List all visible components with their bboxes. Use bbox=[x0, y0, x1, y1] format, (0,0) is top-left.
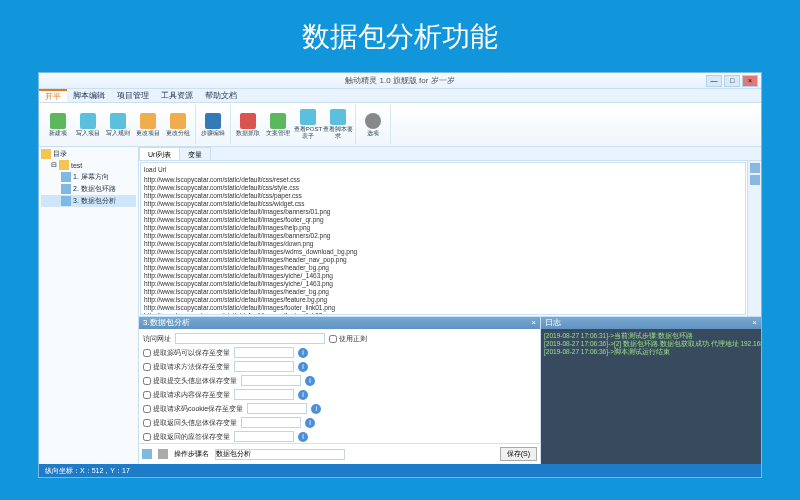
tab-url-list[interactable]: Url列表 bbox=[139, 147, 180, 160]
rbtn-options[interactable]: 选项 bbox=[358, 105, 388, 144]
rbtn-import-rule[interactable]: 写入规则 bbox=[103, 105, 133, 144]
save-icon bbox=[158, 449, 168, 459]
rbtn-edit-group[interactable]: 更改分组 bbox=[163, 105, 193, 144]
log-line: [2019-08-27 17:06:36]->[2] 数据包环路.数据包获取成功… bbox=[544, 340, 758, 348]
tab-variables[interactable]: 变量 bbox=[179, 147, 211, 160]
url-label: 访问网址 bbox=[143, 334, 171, 344]
var-input[interactable] bbox=[234, 361, 294, 372]
titlebar: 触动精灵 1.0 旗舰版 for 岁一岁 — □ × bbox=[39, 73, 761, 89]
close-button[interactable]: × bbox=[742, 75, 758, 87]
var-input[interactable] bbox=[234, 431, 294, 442]
url-row[interactable]: http://www.lscopycatar.com/static/defaul… bbox=[144, 224, 742, 232]
log-title: 日志 bbox=[545, 317, 561, 329]
tree-panel: 目录 ⊟test 1. 屏幕方向 2. 数据包环路 3. 数据包分析 bbox=[39, 147, 139, 464]
extract-checkbox[interactable]: 提取请求方法保存至变量 bbox=[143, 362, 230, 372]
url-row[interactable]: http://www.lscopycatar.com/static/defaul… bbox=[144, 272, 742, 280]
var-input[interactable] bbox=[241, 375, 301, 386]
info-icon[interactable]: i bbox=[298, 348, 308, 358]
url-row[interactable]: http://www.lscopycatar.com/static/defaul… bbox=[144, 264, 742, 272]
rbtn-data-capture[interactable]: 数据抓取 bbox=[233, 105, 263, 144]
tree-node-test[interactable]: ⊟test bbox=[41, 159, 136, 171]
log-body[interactable]: [2019-08-27 17:06:31]->当前测试步骤:数据包环路[2019… bbox=[541, 329, 761, 464]
window-title: 触动精灵 1.0 旗舰版 for 岁一岁 bbox=[345, 75, 454, 86]
url-row[interactable]: http://www.lscopycatar.com/static/defaul… bbox=[144, 184, 742, 192]
page-banner: 数据包分析功能 bbox=[0, 0, 800, 72]
var-input[interactable] bbox=[234, 389, 294, 400]
extract-checkbox[interactable]: 提取返回的应答保存变量 bbox=[143, 432, 230, 442]
log-line: [2019-08-27 17:06:36]->脚本测试运行结束 bbox=[544, 348, 758, 356]
item-icon bbox=[61, 172, 71, 182]
tab-kaiping[interactable]: 开平 bbox=[39, 89, 67, 102]
url-row[interactable]: http://www.lscopycatar.com/static/defaul… bbox=[144, 248, 742, 256]
extract-checkbox[interactable]: 提取源码可以保存至变量 bbox=[143, 348, 230, 358]
side-toolbar bbox=[747, 161, 761, 316]
rbtn-edit-project[interactable]: 更改项目 bbox=[133, 105, 163, 144]
coords-display: 纵向坐标：X：512，Y：17 bbox=[45, 464, 130, 477]
tab-tools[interactable]: 工具资源 bbox=[155, 89, 199, 102]
status-bar: 纵向坐标：X：512，Y：17 bbox=[39, 464, 761, 477]
url-row[interactable]: http://www.lscopycatar.com/static/defaul… bbox=[144, 216, 742, 224]
url-row[interactable]: http://www.lscopycatar.com/static/defaul… bbox=[144, 232, 742, 240]
url-row[interactable]: http://www.lscopycatar.com/static/defaul… bbox=[144, 256, 742, 264]
tab-help[interactable]: 帮助文档 bbox=[199, 89, 243, 102]
app-window: 触动精灵 1.0 旗舰版 for 岁一岁 — □ × 开平 脚本编辑 项目管理 … bbox=[38, 72, 762, 478]
rbtn-view-script[interactable]: 查看脚本要求 bbox=[323, 105, 353, 144]
panel-close-icon[interactable]: × bbox=[752, 317, 757, 329]
url-row[interactable]: http://www.lscopycatar.com/static/defaul… bbox=[144, 240, 742, 248]
tree-node-2[interactable]: 2. 数据包环路 bbox=[41, 183, 136, 195]
tree-node-1[interactable]: 1. 屏幕方向 bbox=[41, 171, 136, 183]
extract-checkbox[interactable]: 提取请求码cookie保存至变量 bbox=[143, 404, 243, 414]
info-icon[interactable]: i bbox=[305, 376, 315, 386]
var-input[interactable] bbox=[241, 417, 301, 428]
regex-checkbox[interactable]: 使用正则 bbox=[329, 334, 367, 344]
url-row[interactable]: http://www.lscopycatar.com/static/defaul… bbox=[144, 208, 742, 216]
extract-checkbox[interactable]: 提取返回头信息体保存变量 bbox=[143, 418, 237, 428]
rbtn-text-manage[interactable]: 文案管理 bbox=[263, 105, 293, 144]
rbtn-step-edit[interactable]: 步骤编辑 bbox=[198, 105, 228, 144]
rbtn-view-post[interactable]: 查看POST表子 bbox=[293, 105, 323, 144]
tree-node-3[interactable]: 3. 数据包分析 bbox=[41, 195, 136, 207]
rbtn-import-project[interactable]: 写入项目 bbox=[73, 105, 103, 144]
step-label: 操作步骤名 bbox=[174, 449, 209, 459]
minimize-button[interactable]: — bbox=[706, 75, 722, 87]
url-input[interactable] bbox=[175, 333, 325, 344]
info-icon[interactable]: i bbox=[298, 432, 308, 442]
save-button[interactable]: 保存(S) bbox=[500, 447, 537, 461]
url-row[interactable]: http://www.lscopycatar.com/static/defaul… bbox=[144, 288, 742, 296]
folder-icon bbox=[59, 160, 69, 170]
packet-panel: 3.数据包分析× 访问网址 使用正则 提取源码可以保存至变量i提取请求方法保存至… bbox=[139, 317, 541, 464]
panel-close-icon[interactable]: × bbox=[531, 317, 536, 329]
user-icon bbox=[142, 449, 152, 459]
tab-script-edit[interactable]: 脚本编辑 bbox=[67, 89, 111, 102]
var-input[interactable] bbox=[247, 403, 307, 414]
url-row[interactable]: http://www.lscopycatar.com/static/defaul… bbox=[144, 312, 742, 315]
extract-checkbox[interactable]: 提取请求内容保存至变量 bbox=[143, 390, 230, 400]
extract-checkbox[interactable]: 提取提交头信息体保存变量 bbox=[143, 376, 237, 386]
item-icon bbox=[61, 196, 71, 206]
info-icon[interactable]: i bbox=[311, 404, 321, 414]
ribbon: 新建项 写入项目 写入规则 更改项目 更改分组 步骤编辑 数据抓取 文案管理 查… bbox=[39, 103, 761, 147]
info-icon[interactable]: i bbox=[305, 418, 315, 428]
url-row[interactable]: http://www.lscopycatar.com/static/defaul… bbox=[144, 296, 742, 304]
url-list-pane[interactable]: load Url http://www.lscopycatar.com/stat… bbox=[140, 162, 746, 315]
var-input[interactable] bbox=[234, 347, 294, 358]
url-row[interactable]: http://www.lscopycatar.com/static/defaul… bbox=[144, 176, 742, 184]
packet-title: 3.数据包分析 bbox=[143, 317, 190, 329]
info-icon[interactable]: i bbox=[298, 390, 308, 400]
url-row[interactable]: http://www.lscopycatar.com/static/defaul… bbox=[144, 304, 742, 312]
log-line: [2019-08-27 17:06:31]->当前测试步骤:数据包环路 bbox=[544, 332, 758, 340]
maximize-button[interactable]: □ bbox=[724, 75, 740, 87]
tree-root[interactable]: 目录 bbox=[41, 149, 136, 159]
item-icon bbox=[61, 184, 71, 194]
tool-icon[interactable] bbox=[750, 163, 760, 173]
folder-icon bbox=[41, 149, 51, 159]
tab-project-manage[interactable]: 项目管理 bbox=[111, 89, 155, 102]
url-row[interactable]: http://www.lscopycatar.com/static/defaul… bbox=[144, 200, 742, 208]
tool-icon[interactable] bbox=[750, 175, 760, 185]
info-icon[interactable]: i bbox=[298, 362, 308, 372]
url-row[interactable]: http://www.lscopycatar.com/static/defaul… bbox=[144, 192, 742, 200]
rbtn-new[interactable]: 新建项 bbox=[43, 105, 73, 144]
log-panel: 日志× [2019-08-27 17:06:31]->当前测试步骤:数据包环路[… bbox=[541, 317, 761, 464]
step-name-input[interactable] bbox=[215, 449, 345, 460]
url-row[interactable]: http://www.lscopycatar.com/static/defaul… bbox=[144, 280, 742, 288]
